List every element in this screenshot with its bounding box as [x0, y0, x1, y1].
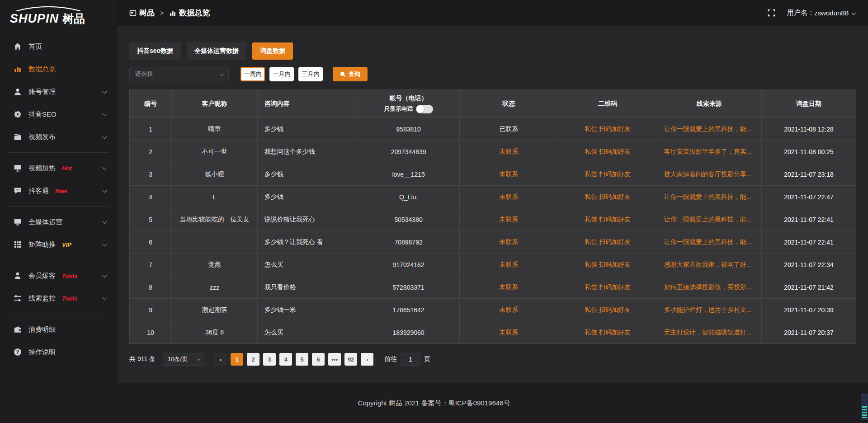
sidebar-item-douyin-seo[interactable]: 抖音SEO — [0, 103, 118, 126]
cell-status: 未联系 — [459, 141, 558, 163]
next-page-button[interactable]: › — [361, 353, 373, 366]
cell-source[interactable]: 感谢大家喜欢我家，被问了好... — [657, 254, 761, 276]
page-button-92[interactable]: 92 — [344, 353, 357, 366]
cell-index: 5 — [130, 208, 172, 231]
page-button-4[interactable]: 4 — [279, 353, 292, 366]
cell-qrcode[interactable]: 私信 扫码加好友 — [558, 254, 657, 276]
cell-qrcode[interactable]: 私信 扫码加好友 — [558, 208, 657, 231]
cell-qrcode[interactable]: 私信 扫码加好友 — [558, 231, 657, 254]
cell-qrcode[interactable]: 私信 扫码加好友 — [558, 186, 657, 208]
cell-content: 多少钱一米 — [257, 299, 358, 321]
prev-page-button[interactable]: ‹ — [214, 353, 227, 366]
sidebar-item-label: 账号管理 — [28, 88, 56, 96]
cell-source[interactable]: 多功能护栏灯，适用于乡村文... — [657, 299, 761, 321]
tab-inquiry-data[interactable]: 询盘数据 — [252, 42, 293, 60]
cell-account: 9583810 — [358, 118, 459, 141]
total-count: 共 911 条 — [129, 355, 156, 363]
breadcrumb-app[interactable]: 树品 — [139, 8, 155, 18]
page-button-5[interactable]: 5 — [296, 353, 308, 366]
cell-date: 2021-11-07 22:41 — [762, 231, 856, 254]
sidebar-item-data-overview[interactable]: 数据总览 — [0, 58, 118, 80]
sidebar-item-video-heat[interactable]: 视频加热Hot — [0, 157, 118, 179]
sidebar-divider — [8, 206, 109, 207]
sidebar-item-label: 会员爆客 — [28, 272, 56, 280]
page-button-3[interactable]: 3 — [263, 353, 276, 366]
cell-date: 2021-11-08 12:28 — [762, 118, 856, 141]
username-label: 用户名： — [787, 9, 814, 17]
cell-source[interactable]: 让你一眼就爱上的黑科技，能... — [657, 208, 761, 231]
column-header-qrcode: 二维码 — [558, 90, 657, 118]
sidebar-item-label: 操作说明 — [28, 348, 56, 357]
breadcrumb-separator: > — [160, 9, 164, 17]
cell-nickname: zzz — [172, 276, 258, 299]
sidebar-item-media-operation[interactable]: 全媒体运营 — [0, 211, 118, 233]
sidebar-item-label: 矩阵助推 — [28, 240, 56, 249]
cell-qrcode[interactable]: 私信 扫码加好友 — [558, 276, 657, 299]
tab-media-operation-data[interactable]: 全媒体运营数据 — [187, 42, 246, 60]
page-button-1[interactable]: 1 — [231, 353, 243, 366]
cell-qrcode[interactable]: 私信 扫码加好友 — [558, 141, 657, 163]
sidebar-item-member-baoke[interactable]: 会员爆客Tools — [0, 264, 118, 287]
cell-source[interactable]: 客厅安装投影半年多了，真实... — [657, 141, 761, 163]
username[interactable]: zswodun88 — [814, 9, 849, 17]
column-header-date: 询盘日期 — [762, 90, 856, 118]
cell-index: 4 — [130, 186, 172, 208]
column-header-index: 编号 — [130, 90, 172, 118]
search-button[interactable]: 查询 — [333, 67, 368, 81]
sidebar-item-home[interactable]: 首页 — [0, 35, 118, 58]
cell-qrcode[interactable]: 私信 扫码加好友 — [558, 321, 657, 344]
user-icon — [14, 88, 22, 96]
brand-logo[interactable]: SHUPIN 树品 — [0, 4, 118, 29]
goto-page-input[interactable] — [401, 353, 420, 366]
cell-source[interactable]: 无主灯设计，智能磁吸轨道灯... — [657, 321, 761, 344]
range-button-month[interactable]: 一月内 — [269, 67, 294, 81]
page-button-2[interactable]: 2 — [247, 353, 259, 366]
range-button-week[interactable]: 一周内 — [241, 67, 265, 81]
cell-qrcode[interactable]: 私信 扫码加好友 — [558, 163, 657, 186]
cell-account: 183929060 — [358, 321, 459, 344]
cell-source[interactable]: 让你一眼就爱上的黑科技，能... — [657, 118, 761, 141]
breadcrumb: 树品 > 数据总览 — [129, 8, 210, 18]
cell-source[interactable]: 让你一眼就爱上的黑科技，能... — [657, 186, 761, 208]
cell-qrcode[interactable]: 私信 扫码加好友 — [558, 299, 657, 321]
range-button-quarter[interactable]: 三月内 — [298, 67, 323, 81]
sidebar-item-douketong[interactable]: 抖客通New — [0, 179, 118, 202]
sidebar-item-clue-monitor[interactable]: 线索监控Tools — [0, 287, 118, 310]
cell-source[interactable]: 被大家追着问的客厅投影分享... — [657, 163, 761, 186]
table-row: 9潮起潮落多少钱一米178651642未联系私信 扫码加好友多功能护栏灯，适用于… — [130, 299, 856, 321]
cell-content: 说说价格让我死心 — [257, 208, 358, 231]
sidebar-item-account-manage[interactable]: 账号管理 — [0, 80, 118, 103]
fullscreen-icon[interactable] — [768, 9, 775, 17]
filter-select-placeholder: 请选择 — [135, 70, 153, 78]
cell-source[interactable]: 如何正确选择投影仪，买投影... — [657, 276, 761, 299]
svg-text:?: ? — [16, 349, 19, 355]
cell-qrcode[interactable]: 私信 扫码加好友 — [558, 118, 657, 141]
sidebar-item-expense-detail[interactable]: 消费明细 — [0, 318, 118, 341]
column-header-account: 帐号（电话）只显示电话 — [358, 90, 459, 118]
sidebar-item-video-publish[interactable]: 视频发布 — [0, 126, 118, 148]
page-ellipsis-button[interactable]: ••• — [328, 353, 341, 366]
cell-date: 2021-11-07 22:47 — [762, 186, 856, 208]
column-header-nickname: 客户昵称 — [172, 90, 258, 118]
column-header-content: 咨询内容 — [257, 90, 358, 118]
sidebar-item-badge: Tools — [62, 273, 77, 279]
phone-only-toggle[interactable] — [416, 105, 433, 113]
floating-widget[interactable] — [861, 394, 868, 420]
cell-date: 2021-11-07 20:37 — [762, 321, 856, 344]
page-button-6[interactable]: 6 — [312, 353, 325, 366]
screen-icon — [14, 218, 22, 226]
filter-select[interactable]: 请选择 — [129, 67, 229, 81]
tab-douyin-seo-data[interactable]: 抖音seo数据 — [129, 42, 181, 60]
monitor-icon — [14, 164, 22, 172]
app-window: SHUPIN 树品 首页数据总览账号管理抖音SEO视频发布视频加热Hot抖客通N… — [0, 0, 868, 423]
cell-date: 2021-11-07 22:41 — [762, 208, 856, 231]
sidebar-item-operation-guide[interactable]: ?操作说明 — [0, 341, 118, 363]
sidebar-item-matrix-boost[interactable]: 矩阵助推VIP — [0, 233, 118, 256]
sidebar: SHUPIN 树品 首页数据总览账号管理抖音SEO视频发布视频加热Hot抖客通N… — [0, 0, 118, 423]
page-size-select[interactable]: 10条/页 — [163, 353, 204, 366]
cell-nickname: 36度 8 — [172, 321, 258, 344]
cell-source[interactable]: 让你一眼就爱上的黑科技，能... — [657, 231, 761, 254]
cell-content: 怎么买 — [257, 321, 358, 344]
sidebar-item-label: 全媒体运营 — [28, 218, 62, 226]
chevron-down-icon[interactable] — [852, 11, 856, 15]
